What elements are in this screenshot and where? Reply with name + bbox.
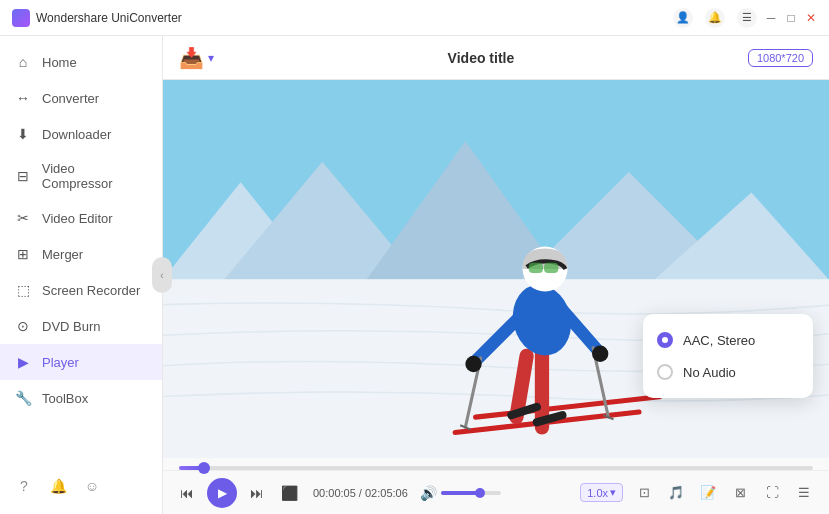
toolbox-icon: 🔧 xyxy=(14,389,32,407)
add-file-button[interactable]: 📥 ▾ xyxy=(179,46,214,70)
play-button[interactable]: ▶ xyxy=(207,478,237,508)
converter-icon: ↔ xyxy=(14,89,32,107)
video-editor-icon: ✂ xyxy=(14,209,32,227)
player-icon: ▶ xyxy=(14,353,32,371)
sidebar-label-downloader: Downloader xyxy=(42,127,111,142)
window-controls: ─ □ ✕ xyxy=(765,12,817,24)
app-name: Wondershare UniConverter xyxy=(36,11,182,25)
audio-label-none: No Audio xyxy=(683,365,736,380)
sidebar-item-video-compressor[interactable]: ⊟ Video Compressor xyxy=(0,152,162,200)
progress-track[interactable] xyxy=(179,466,813,470)
video-compressor-icon: ⊟ xyxy=(14,167,32,185)
app-logo: Wondershare UniConverter xyxy=(12,9,673,27)
maximize-button[interactable]: □ xyxy=(785,12,797,24)
sidebar-item-downloader[interactable]: ⬇ Downloader xyxy=(0,116,162,152)
logo-icon xyxy=(12,9,30,27)
video-player[interactable]: AAC, Stereo No Audio xyxy=(163,80,829,458)
progress-thumb[interactable] xyxy=(198,462,210,474)
account-icon[interactable]: ☺ xyxy=(82,476,102,496)
main-layout: ⌂ Home ↔ Converter ⬇ Downloader ⊟ Video … xyxy=(0,36,829,514)
alerts-icon[interactable]: 🔔 xyxy=(48,476,68,496)
audio-option-none[interactable]: No Audio xyxy=(643,356,813,388)
downloader-icon: ⬇ xyxy=(14,125,32,143)
sidebar-label-home: Home xyxy=(42,55,77,70)
sidebar-collapse-button[interactable]: ‹ xyxy=(152,257,172,293)
svg-point-9 xyxy=(592,346,608,362)
home-icon: ⌂ xyxy=(14,53,32,71)
sidebar-label-video-compressor: Video Compressor xyxy=(42,161,148,191)
audio-dropdown: AAC, Stereo No Audio xyxy=(643,314,813,398)
time-display: 00:00:05 / 02:05:06 xyxy=(313,487,408,499)
dvd-burn-icon: ⊙ xyxy=(14,317,32,335)
aspect-ratio-button[interactable]: ⊡ xyxy=(631,480,657,506)
fullscreen-button[interactable]: ⛶ xyxy=(759,480,785,506)
menu-icon[interactable]: ☰ xyxy=(737,8,757,28)
help-icon[interactable]: ? xyxy=(14,476,34,496)
user-icon[interactable]: 👤 xyxy=(673,8,693,28)
sidebar-item-converter[interactable]: ↔ Converter xyxy=(0,80,162,116)
volume-icon[interactable]: 🔊 xyxy=(420,485,437,501)
svg-point-8 xyxy=(465,356,481,372)
sidebar-item-merger[interactable]: ⊞ Merger xyxy=(0,236,162,272)
sidebar-item-video-editor[interactable]: ✂ Video Editor xyxy=(0,200,162,236)
speed-button[interactable]: 1.0x ▾ xyxy=(580,483,623,502)
minimize-button[interactable]: ─ xyxy=(765,12,777,24)
radio-aac xyxy=(657,332,673,348)
prev-frame-button[interactable]: ⏮ xyxy=(175,481,199,505)
add-icon: 📥 xyxy=(179,46,204,70)
volume-control: 🔊 xyxy=(420,485,501,501)
controls-bar: ⏮ ▶ ⏭ ⬛ 00:00:05 / 02:05:06 🔊 1.0x ▾ ⊡ 🎵 xyxy=(163,470,829,514)
sidebar-label-video-editor: Video Editor xyxy=(42,211,113,226)
sidebar-item-player[interactable]: ▶ Player xyxy=(0,344,162,380)
svg-rect-12 xyxy=(544,263,558,273)
playlist-button[interactable]: ☰ xyxy=(791,480,817,506)
sidebar-label-toolbox: ToolBox xyxy=(42,391,88,406)
title-bar-icons: 👤 🔔 ☰ xyxy=(673,8,757,28)
sidebar-label-screen-recorder: Screen Recorder xyxy=(42,283,140,298)
add-chevron-icon: ▾ xyxy=(208,51,214,65)
right-controls: ⊡ 🎵 📝 ⊠ ⛶ ☰ xyxy=(631,480,817,506)
close-button[interactable]: ✕ xyxy=(805,12,817,24)
sidebar-label-player: Player xyxy=(42,355,79,370)
sidebar-label-dvd-burn: DVD Burn xyxy=(42,319,101,334)
speed-chevron-icon: ▾ xyxy=(610,486,616,499)
sidebar-item-dvd-burn[interactable]: ⊙ DVD Burn xyxy=(0,308,162,344)
sidebar-item-toolbox[interactable]: 🔧 ToolBox xyxy=(0,380,162,416)
volume-thumb[interactable] xyxy=(475,488,485,498)
sidebar-item-home[interactable]: ⌂ Home xyxy=(0,44,162,80)
progress-bar-container[interactable] xyxy=(163,458,829,470)
notification-icon[interactable]: 🔔 xyxy=(705,8,725,28)
video-title: Video title xyxy=(226,50,736,66)
radio-none xyxy=(657,364,673,380)
screen-recorder-icon: ⬚ xyxy=(14,281,32,299)
sidebar-item-screen-recorder[interactable]: ⬚ Screen Recorder xyxy=(0,272,162,308)
merger-icon: ⊞ xyxy=(14,245,32,263)
audio-label-aac: AAC, Stereo xyxy=(683,333,755,348)
volume-track[interactable] xyxy=(441,491,501,495)
title-bar: Wondershare UniConverter 👤 🔔 ☰ ─ □ ✕ xyxy=(0,0,829,36)
audio-option-aac[interactable]: AAC, Stereo xyxy=(643,324,813,356)
content-area: 📥 ▾ Video title 1080*720 xyxy=(163,36,829,514)
stop-button[interactable]: ⬛ xyxy=(277,481,301,505)
svg-rect-11 xyxy=(529,263,543,273)
top-bar: 📥 ▾ Video title 1080*720 xyxy=(163,36,829,80)
sidebar-label-converter: Converter xyxy=(42,91,99,106)
speed-value: 1.0x xyxy=(587,487,608,499)
next-frame-button[interactable]: ⏭ xyxy=(245,481,269,505)
sidebar-label-merger: Merger xyxy=(42,247,83,262)
sidebar: ⌂ Home ↔ Converter ⬇ Downloader ⊟ Video … xyxy=(0,36,163,514)
crop-button[interactable]: ⊠ xyxy=(727,480,753,506)
sidebar-bottom: ? 🔔 ☺ xyxy=(0,466,162,506)
audio-track-button[interactable]: 🎵 xyxy=(663,480,689,506)
resolution-badge: 1080*720 xyxy=(748,49,813,67)
subtitle-button[interactable]: 📝 xyxy=(695,480,721,506)
